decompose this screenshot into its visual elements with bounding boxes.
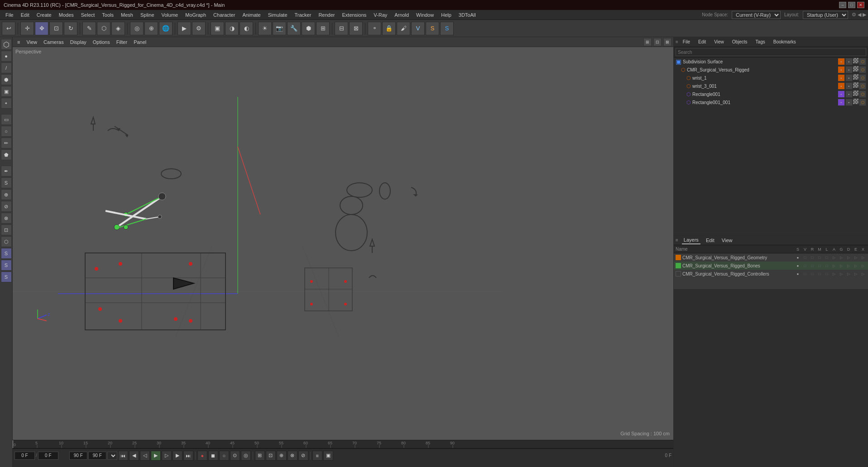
om-lock-rect001[interactable]: ⬡: [859, 91, 866, 98]
vp-menu-view[interactable]: View: [24, 38, 40, 46]
anim-layer-btn[interactable]: ⊞: [255, 451, 265, 461]
layer-icon-c5[interactable]: □: [824, 271, 830, 277]
maximize-button[interactable]: □: [848, 2, 855, 8]
sel-freehand-btn[interactable]: ✏: [1, 138, 12, 148]
deform-btn[interactable]: ⬢: [302, 22, 315, 35]
layers-tab-view[interactable]: View: [720, 237, 734, 244]
layout-btn1[interactable]: ⊟: [335, 22, 348, 35]
vp-menu-cameras[interactable]: Cameras: [41, 38, 67, 46]
play-btn[interactable]: ▶: [151, 451, 161, 461]
rigging-mode-btn[interactable]: ✦: [1, 98, 12, 109]
weld-btn[interactable]: ⊕: [1, 189, 12, 200]
menu-tracker[interactable]: Tracker: [291, 11, 315, 19]
extra-btn[interactable]: S: [1, 272, 12, 282]
layer-sol-geo[interactable]: ●: [795, 254, 801, 261]
vp-maximize-btn[interactable]: ⊡: [653, 38, 662, 46]
goto-end-btn[interactable]: ⏭: [183, 451, 193, 461]
vp-menu-filter[interactable]: Filter: [114, 38, 130, 46]
menu-arnold[interactable]: Arnold: [391, 11, 412, 19]
layers-menu-toggle[interactable]: ≡: [676, 238, 678, 243]
om-menu-file[interactable]: File: [679, 38, 694, 45]
menu-3dtoall[interactable]: 3DToAll: [455, 11, 480, 19]
sel-circle-btn[interactable]: ○: [1, 126, 12, 137]
menu-spline[interactable]: Spline: [137, 11, 158, 19]
om-lock-subdiv[interactable]: ⬡: [859, 58, 866, 65]
undo-button[interactable]: ↩: [2, 22, 15, 35]
om-menu-view[interactable]: View: [710, 38, 728, 45]
vray-btn2[interactable]: S: [426, 22, 439, 35]
close-button[interactable]: ✕: [857, 2, 864, 8]
layer-row-bones[interactable]: CMR_Surgical_Versus_Rigged_Bones ● □ □ □…: [674, 262, 868, 270]
scale-tool[interactable]: ⊡: [49, 22, 63, 35]
om-lock-cmr[interactable]: ⬡: [859, 66, 866, 73]
layer-icon-c2[interactable]: □: [802, 271, 808, 277]
poly-mode-btn[interactable]: ⬢: [1, 74, 12, 85]
om-ren-rect001[interactable]: ▪: [845, 91, 853, 98]
vp-fit-btn[interactable]: ⊞: [643, 38, 652, 46]
om-menu-bookmarks[interactable]: Bookmarks: [770, 38, 800, 45]
layer-icon-b10[interactable]: ▷: [860, 262, 866, 269]
om-vis-cmr[interactable]: ▪: [838, 66, 845, 73]
sel-rect-btn[interactable]: ▭: [1, 114, 12, 125]
pose-btn[interactable]: S: [1, 260, 12, 271]
step-fwd-btn[interactable]: ▶: [173, 451, 182, 461]
om-ren-rect001-001[interactable]: ▪: [845, 99, 853, 106]
key-sel-btn[interactable]: ◎: [241, 451, 251, 461]
layer-row-geometry[interactable]: CMR_Surgical_Versus_Rigged_Geometry ● □ …: [674, 253, 868, 262]
om-item-rect001-001[interactable]: ⬡ Rectangle001_001 ▪ ▪ ⬡: [674, 98, 868, 106]
sketch-btn[interactable]: S: [1, 177, 12, 188]
om-lock-wrist3[interactable]: ⬡: [859, 82, 866, 90]
layer-icon-c7[interactable]: ▷: [838, 271, 844, 277]
anim-curves-btn[interactable]: ⊕: [277, 451, 287, 461]
vp-menu-panel[interactable]: Panel: [131, 38, 149, 46]
rotate-tool[interactable]: ↻: [64, 22, 77, 35]
menu-tools[interactable]: Tools: [98, 11, 117, 19]
key-all-btn[interactable]: ⊙: [230, 451, 240, 461]
render-settings[interactable]: ⚙: [192, 22, 206, 35]
end-frame-input[interactable]: [88, 452, 106, 460]
layers-tab-edit[interactable]: Edit: [704, 237, 716, 244]
om-vis-wrist3[interactable]: ▪: [838, 82, 845, 90]
vray-btn1[interactable]: V: [411, 22, 425, 35]
om-vis-rect001[interactable]: ▪: [838, 91, 845, 98]
menu-help[interactable]: Help: [437, 11, 455, 19]
om-item-rect001[interactable]: ⬡ Rectangle001 ▪ ▪ ⬡: [674, 90, 868, 98]
record-btn[interactable]: ●: [197, 451, 207, 461]
layer-icon-b8[interactable]: ▷: [845, 262, 852, 269]
layer-sol-bones[interactable]: ●: [795, 262, 801, 269]
om-item-wrist1[interactable]: ⬡ wrist_1 ▪ ▪ ⬡: [674, 74, 868, 82]
layer-icon-geo7[interactable]: ▷: [838, 254, 844, 261]
object-mode-btn[interactable]: ⬡: [1, 39, 12, 50]
menu-extensions[interactable]: Extensions: [338, 11, 370, 19]
anim-dope-btn[interactable]: ⊗: [288, 451, 297, 461]
minimize-button[interactable]: –: [839, 2, 846, 8]
cursor-tool[interactable]: ✛: [20, 22, 34, 35]
menu-mesh[interactable]: Mesh: [117, 11, 137, 19]
layout-select[interactable]: Startup (User): [803, 11, 848, 19]
layout-icons[interactable]: ⚙ ◀ ▶: [852, 12, 866, 18]
snap-btn[interactable]: ⚬: [368, 22, 381, 35]
bridge-btn[interactable]: ⊡: [1, 224, 12, 235]
menu-edit[interactable]: Edit: [17, 11, 33, 19]
om-ren-wrist3[interactable]: ▪: [845, 82, 853, 90]
layer-icon-c10[interactable]: ▷: [860, 271, 866, 277]
auto-key-btn[interactable]: ○: [219, 451, 229, 461]
start-frame-input[interactable]: [69, 452, 87, 460]
menu-select[interactable]: Select: [77, 11, 99, 19]
om-vis-rect001-001[interactable]: ▪: [838, 99, 845, 106]
layer-icon-geo2[interactable]: □: [802, 254, 808, 261]
vp-menu-display[interactable]: Display: [67, 38, 89, 46]
layer-icon-b4[interactable]: □: [816, 262, 823, 269]
texture-mode-btn[interactable]: ▣: [1, 86, 12, 97]
layout-btn2[interactable]: ⊠: [349, 22, 363, 35]
layer-icon-b3[interactable]: □: [809, 262, 815, 269]
om-menu-edit[interactable]: Edit: [695, 38, 710, 45]
layer-icon-c4[interactable]: □: [816, 271, 823, 277]
menu-simulate[interactable]: Simulate: [264, 11, 291, 19]
effector-btn[interactable]: ⊞: [316, 22, 330, 35]
menu-animate[interactable]: Animate: [239, 11, 264, 19]
stop-record-btn[interactable]: ⏹: [208, 451, 218, 461]
menu-create[interactable]: Create: [33, 11, 55, 19]
shading-btn[interactable]: ◐: [240, 22, 253, 35]
layer-row-controllers[interactable]: CMR_Surgical_Versus_Rigged_Controllers ●…: [674, 270, 868, 278]
